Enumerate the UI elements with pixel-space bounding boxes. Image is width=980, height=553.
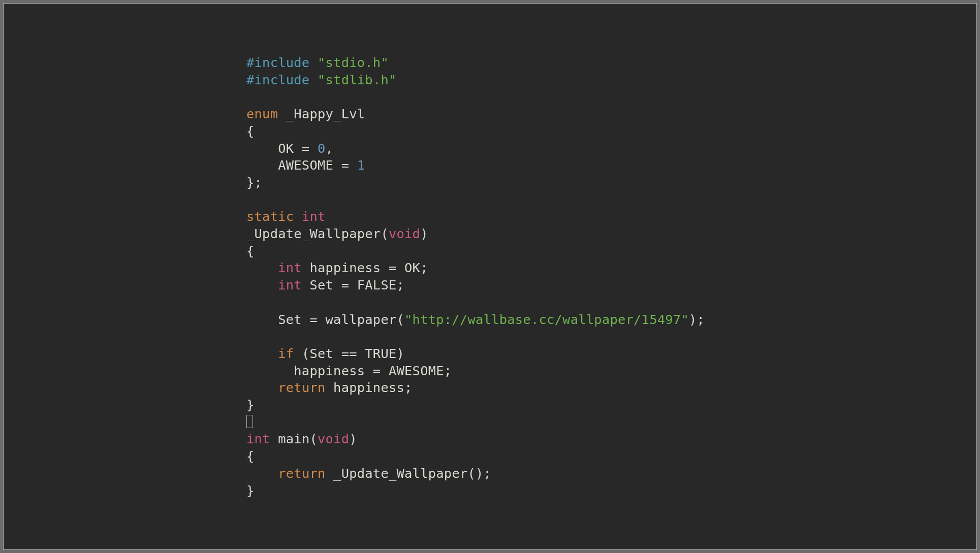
code-line: happiness = AWESOME; [246,363,705,380]
code-token: , [326,141,334,156]
code-token: return [278,466,325,481]
code-line: int main(void) [246,431,705,448]
code-token: "http://wallbase.cc/wallpaper/15497" [404,312,689,327]
code-token: #include [246,72,318,87]
code-line: return _Update_Wallpaper(); [246,465,705,482]
code-line: int Set = FALSE; [246,277,705,294]
code-token [246,380,278,395]
code-line: } [246,482,705,500]
code-line [246,328,705,345]
code-token: OK = [246,141,318,156]
text-cursor [246,415,253,428]
code-token: 1 [357,157,365,173]
code-token: ) [349,431,357,446]
code-token: return [278,380,325,395]
editor-frame: #include "stdio.h"#include "stdlib.h" en… [3,3,977,550]
code-token: { [246,448,255,464]
code-line: { [246,123,705,140]
code-line: } [246,397,705,414]
code-token [246,260,278,275]
code-token: void [389,226,420,241]
code-line: { [246,243,705,260]
code-token: happiness = OK; [302,260,428,275]
code-token [246,466,278,481]
code-token: if [278,346,294,361]
code-token: { [246,243,255,258]
code-line: #include "stdlib.h" [246,72,705,89]
code-token: }; [246,175,262,190]
code-token: "stdio.h" [318,55,389,70]
code-token: AWESOME = [246,157,357,173]
code-line [246,88,705,106]
code-token: 0 [318,141,326,156]
code-line: }; [246,174,705,191]
code-token: int [278,260,302,275]
code-token: int [302,209,326,224]
code-token: enum [246,106,278,121]
code-line: return happiness; [246,379,705,397]
code-token: happiness; [326,380,413,395]
code-token: int [278,277,302,292]
code-line [246,294,705,311]
code-line: if (Set == TRUE) [246,345,705,363]
code-token: happiness = AWESOME; [246,363,452,378]
code-token: ) [420,226,428,241]
code-token: #include [246,55,318,70]
code-token: _Update_Wallpaper( [246,226,389,241]
code-line: int happiness = OK; [246,259,705,277]
code-token: void [318,431,349,446]
code-line: Set = wallpaper("http://wallbase.cc/wall… [246,311,705,329]
code-token [294,209,302,224]
code-token: _Happy_Lvl [278,106,365,121]
code-line: { [246,448,705,465]
code-token [246,277,278,292]
code-line: _Update_Wallpaper(void) [246,225,705,243]
code-line: static int [246,208,705,225]
code-token: Set = FALSE; [302,277,404,292]
code-line [246,191,705,209]
code-token: { [246,123,255,139]
code-token: int [246,431,270,446]
code-line [246,414,705,431]
code-line: OK = 0, [246,140,705,157]
code-line: AWESOME = 1 [246,157,705,174]
code-token: (Set == TRUE) [294,346,404,361]
code-token: "stdlib.h" [318,72,397,87]
code-token: Set = wallpaper( [246,312,404,327]
code-token [246,346,278,361]
code-token: ); [689,312,705,327]
code-token: _Update_Wallpaper(); [326,466,492,481]
code-line: #include "stdio.h" [246,54,705,72]
code-line: enum _Happy_Lvl [246,106,705,123]
code-token: } [246,483,255,498]
code-token: } [246,397,255,412]
code-token: main( [270,431,318,446]
code-token: static [246,209,294,224]
code-editor[interactable]: #include "stdio.h"#include "stdlib.h" en… [246,54,705,499]
